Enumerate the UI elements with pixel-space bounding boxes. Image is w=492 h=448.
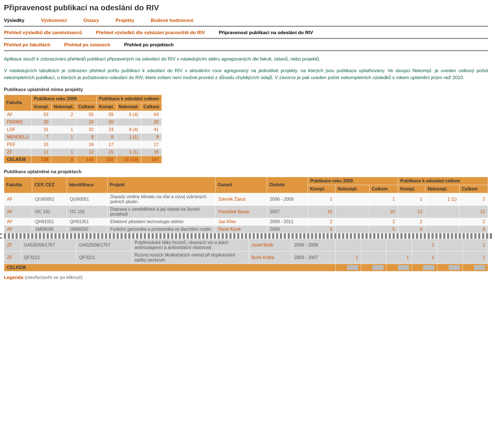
tabs-tertiary: Přehled po fakultách Přehled po ústavech…	[4, 40, 488, 51]
tab-ustavy[interactable]: Ústavy	[84, 18, 99, 23]
cell-fakulta[interactable]: PEF	[4, 141, 32, 148]
table-row: AF53255595 (4)64	[4, 111, 162, 118]
cell-c2: 2	[460, 193, 488, 205]
cell-n2	[425, 218, 460, 225]
cell-c2: 16	[141, 148, 162, 156]
cell-c1: 20	[76, 118, 97, 126]
legend-note: (otevře/zavře se po kliknutí)	[25, 275, 83, 280]
cell-fakulta[interactable]: AF	[4, 225, 32, 233]
cell-garant[interactable]: František Bauer	[215, 205, 267, 218]
tab-pripravenost[interactable]: Připravenost publikací na odeslání do RI…	[219, 30, 313, 36]
table-row: ZF11112151 (1)16	[4, 148, 162, 156]
cell-k2: 20	[97, 118, 116, 126]
cell-n2: 1 (1)	[116, 148, 141, 156]
tab-projekty[interactable]: Projekty	[116, 18, 134, 23]
th-obd: Období	[267, 177, 308, 193]
tab-po-projektech[interactable]: Přehled po projektech	[124, 42, 174, 48]
cell-n1	[335, 205, 369, 218]
intro-text-2: V následujících tabulkách je zobrazen př…	[4, 67, 488, 81]
cell-ident: GA525/06/1757	[76, 239, 132, 251]
cell-k1: 1	[336, 251, 361, 264]
cell-fakulta[interactable]: MENDELU	[4, 133, 32, 141]
cell-fakulta[interactable]: ZF	[4, 239, 21, 251]
cell-c1: 32	[76, 126, 97, 133]
cell-c1: 2	[370, 218, 398, 225]
cell-n1: 1	[51, 126, 76, 133]
table-row: MENDELU71881 (1)9	[4, 133, 162, 141]
table-row: PEF16161717	[4, 141, 162, 148]
cell-k2: 1	[398, 193, 425, 205]
cell-c1: 12	[76, 148, 97, 156]
th-celkem: Celkem	[76, 103, 97, 111]
cell-n2: 1 (1)	[116, 133, 141, 141]
cell-cep: QG60051	[32, 193, 67, 205]
cell-fakulta[interactable]: FRRMS	[4, 118, 32, 126]
cell-n1: 1	[51, 133, 76, 141]
cell-ident: OC 191	[67, 205, 107, 218]
page-tear	[0, 233, 492, 239]
cell-c2: 8	[460, 225, 488, 233]
cell-obdobi: 2006	[267, 225, 308, 233]
th-k1: Kompl.	[308, 185, 335, 193]
cell-cep: 1M06030	[32, 225, 67, 233]
th-fakulta: Fakulta	[4, 95, 32, 111]
cell-c2: 12	[460, 205, 488, 218]
th-fak2: Fakulta	[4, 177, 32, 193]
th-pub2009: Publikace roku 2009	[32, 95, 97, 103]
heading-table2: Publikace uplatněné na projektech	[4, 169, 488, 175]
table-row: AFQG60051QG60051Dopady změny klimatu na …	[4, 193, 488, 205]
cell-fakulta[interactable]: ZF	[4, 251, 21, 264]
cell-fakulta[interactable]: ZF	[4, 148, 32, 156]
th-kompl2: Kompl.	[97, 103, 116, 111]
cell-n1	[361, 251, 386, 264]
cell-garant[interactable]: Boris Krška	[248, 251, 291, 264]
cell-n2	[116, 118, 141, 126]
cell-k1: 10	[308, 205, 335, 218]
cell-projekt: Rozvoj nových školkařských metod při dop…	[132, 251, 248, 264]
tab-prehled-vyk[interactable]: Přehled výsledků dle vykázání pracoviště…	[96, 30, 205, 36]
cell-garant[interactable]: René Kizek	[215, 225, 267, 233]
th-n2: Nekompl.	[425, 185, 460, 193]
cell-k2: 59	[97, 111, 116, 118]
cell-garant[interactable]: Zdeněk Žalud	[215, 193, 267, 205]
table-na-projektech: Fakulta CEP, CEZ Identifikace Projekt Ga…	[4, 177, 488, 233]
cell-garant[interactable]: Jan Křen	[215, 218, 267, 225]
tab-vysledky[interactable]: Výsledky	[4, 18, 24, 23]
cell-k2: 1	[412, 239, 437, 251]
cell-fakulta[interactable]: AF	[4, 111, 32, 118]
cell-n1	[51, 118, 76, 126]
cell-fakulta[interactable]: AF	[4, 218, 32, 225]
table-row: ZFGA525/06/1757GA525/06/1757Polyfenolick…	[4, 239, 488, 251]
th-proj: Projekt	[107, 177, 215, 193]
cell-fakulta[interactable]: AF	[4, 193, 32, 205]
cell-k2: 12	[398, 205, 425, 218]
cell-ident: QF3221	[76, 251, 132, 264]
th-podb: Publikace k odeslání celkem	[398, 177, 488, 185]
cell-projekt: Doprava v zemědělství a její dopad na ži…	[107, 205, 215, 218]
cell-k2: 15	[97, 148, 116, 156]
cell-k1: 1	[308, 193, 335, 205]
cell-fakulta[interactable]: LDF	[4, 126, 32, 133]
th-c1: Celkem	[370, 185, 398, 193]
cell-c2: 20	[141, 118, 162, 126]
cell-c2: 17	[141, 141, 162, 148]
cell-c1: 8	[76, 133, 97, 141]
tab-bodove[interactable]: Bodové hodnocení	[151, 18, 193, 23]
table-mimo-projekty: Fakulta Publikace roku 2009 Publikace k …	[4, 95, 162, 163]
cell-total-label: CELKEM	[4, 156, 32, 163]
cell-k2: 8	[97, 133, 116, 141]
tab-prehled-zam[interactable]: Přehled výsledků dle zaměstnanců	[4, 30, 82, 36]
th-garant: Garant	[215, 177, 267, 193]
cell-garant[interactable]: Josef Balík	[248, 239, 291, 251]
tab-vyzkumnici[interactable]: Výzkumníci	[41, 18, 67, 23]
cell-fakulta[interactable]: AF	[4, 205, 32, 218]
cell-c2: 2	[460, 218, 488, 225]
cell-obdobi: 2007	[267, 205, 308, 218]
cell-projekt: Dopady změny klimatu na růst a vývoj vyb…	[107, 193, 215, 205]
cell-c1: 1	[386, 251, 412, 264]
cell-k2: 17	[97, 141, 116, 148]
tab-po-ustavech[interactable]: Přehled po ústavech	[64, 42, 110, 48]
legend-toggle[interactable]: Legenda (otevře/zavře se po kliknutí)	[4, 275, 488, 280]
th-ident: Identifikace	[67, 177, 107, 193]
tab-po-fakultach[interactable]: Přehled po fakultách	[4, 42, 50, 48]
